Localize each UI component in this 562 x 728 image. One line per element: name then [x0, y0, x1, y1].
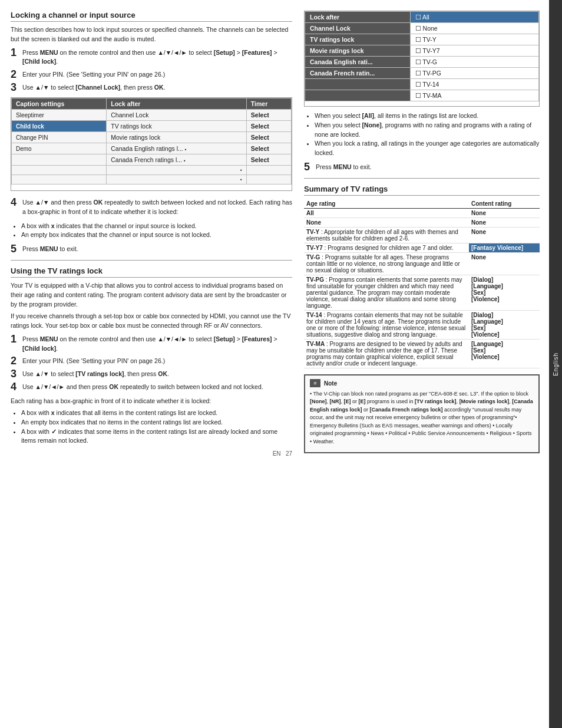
lock-value-tv-ma: ☐ TV-MA	[410, 90, 538, 101]
lock-row: Canada English rati... ☐ TV-G	[305, 57, 539, 68]
lock-value-tv-14: ☐ TV-14	[410, 79, 538, 90]
section1-step5: 5 Press MENU to exit.	[11, 243, 292, 254]
menu-cell-select4[interactable]: Select	[246, 143, 291, 154]
menu-cell-canada-en: Canada English ratings l... ▪	[107, 143, 247, 154]
rating-tv-g: TV-G : Programs suitable for all ages. T…	[304, 252, 469, 275]
menu-cell-select5[interactable]: Select	[246, 154, 291, 166]
section1-heading: Locking a channel or input source	[11, 11, 292, 22]
bullet-item: When you select [All], all items in the …	[315, 111, 540, 121]
lock-row: Lock after ☐ All	[305, 12, 539, 23]
menu-header-row: Caption settings Lock after Timer	[12, 98, 292, 110]
col1-header: Caption settings	[12, 98, 107, 110]
lock-row: ☐ TV-14	[305, 79, 539, 90]
section1-steps: 1 Press MENU on the remote control and t…	[11, 47, 292, 93]
ratings-row: TV-Y7 : Programs designed for children a…	[304, 243, 540, 252]
menu-row: Change PIN Movie ratings lock Select	[12, 132, 292, 143]
menu-cell-demo: Demo	[12, 143, 107, 154]
menu-cell-select3[interactable]: Select	[246, 132, 291, 143]
content-tv-ma: [Language][Sex][Violence]	[469, 339, 540, 368]
content-tv-y: None	[469, 227, 540, 243]
language-tab: English	[549, 0, 562, 728]
section2-steps: 1 Press MENU on the remote control and t…	[11, 334, 292, 393]
page: English Locking a channel or input sourc…	[0, 0, 562, 728]
ratings-row: TV-G : Programs suitable for all ages. T…	[304, 252, 540, 275]
step-item-5-right: 5 Press MENU to exit.	[304, 162, 540, 172]
rating-tv-ma: TV-MA : Programs are designed to be view…	[304, 339, 469, 368]
lock-row: Movie ratings lock ☐ TV-Y7	[305, 45, 539, 57]
note-text: • The V-Chip can block non rated program…	[310, 390, 534, 446]
lock-value-none: ☐ None	[410, 23, 538, 34]
page-number: EN 27	[11, 450, 292, 457]
col1-header: Age rating	[304, 199, 469, 209]
divider2	[304, 178, 540, 179]
ratings-row: All None	[304, 208, 540, 218]
menu-row: Demo Canada English ratings l... ▪ Selec…	[12, 143, 292, 154]
rating-tv-14: TV-14 : Programs contain elements that m…	[304, 310, 469, 339]
menu-row: Sleeptimer Channel Lock Select	[12, 110, 292, 121]
right-bullets: When you select [All], all items in the …	[304, 111, 540, 158]
step-item-5: 5 Press MENU to exit.	[11, 243, 292, 254]
ratings-row: TV-PG : Programs contain elements that s…	[304, 275, 540, 310]
step-item: 3 Use ▲/▼ to select [Channel Lock], then…	[11, 82, 292, 93]
ratings-summary-table: Age rating Content rating All None None …	[304, 199, 540, 368]
ratings-row: TV-MA : Programs are designed to be view…	[304, 339, 540, 368]
menu-cell-empty	[12, 154, 107, 166]
bullet-item: An empty box indicates that no items in …	[21, 418, 292, 427]
section2-intro2: If you receive channels through a set-to…	[11, 312, 292, 331]
step-item-4: 4 Use ▲/▼ and then press OK repeatedly t…	[11, 197, 292, 217]
step-item: 2 Enter your PIN. (See 'Setting your PIN…	[11, 355, 292, 366]
step-item: 3 Use ▲/▼ to select [TV ratings lock], t…	[11, 368, 292, 379]
each-rating-text: Each rating has a box-graphic in front o…	[11, 397, 292, 406]
left-column: Locking a channel or input source This s…	[11, 11, 292, 717]
lock-label-empty1	[305, 79, 411, 90]
lock-label-canada-fr: Canada French ratin...	[305, 68, 411, 79]
lock-row: TV ratings lock ☐ TV-Y	[305, 34, 539, 45]
lock-row: ☐ TV-MA	[305, 90, 539, 101]
right-column: Lock after ☐ All Channel Lock ☐ None TV …	[304, 11, 540, 717]
menu-cell-sleeptimer: Sleeptimer	[12, 110, 107, 121]
note-icon: ≡	[310, 379, 320, 387]
section2-bullets: A box with x indicates that all items in…	[11, 409, 292, 446]
lock-label-channel: Channel Lock	[305, 23, 411, 34]
bullet-item: An empty box indicates that the channel …	[21, 230, 292, 240]
menu-cell-canada-fr: Canada French ratings l... ▪	[107, 154, 247, 166]
menu-row: Canada French ratings l... ▪ Select	[12, 154, 292, 166]
lock-value-tv-g: ☐ TV-G	[410, 57, 538, 68]
language-label: English	[553, 353, 559, 376]
content-tv-pg: [Dialog][Language][Sex][Violence]	[469, 275, 540, 310]
section2-intro1: Your TV is equipped with a V-chip that a…	[11, 281, 292, 309]
menu-cell-channel-lock: Channel Lock	[107, 110, 247, 121]
lock-value-tv-y: ☐ TV-Y	[410, 34, 538, 45]
content-none: None	[469, 218, 540, 227]
lock-label-lock-after: Lock after	[305, 12, 411, 23]
col3-header: Timer	[246, 98, 291, 110]
bullet-item: When you select [None], programs with no…	[315, 121, 540, 140]
menu-cell-select1[interactable]: Select	[246, 110, 291, 121]
menu-row-empty2: ▪	[12, 175, 292, 185]
step-item: 1 Press MENU on the remote control and t…	[11, 47, 292, 67]
bullet-item: A box with x indicates that all items in…	[21, 409, 292, 418]
ratings-row: TV-Y : Appropriate for children of all a…	[304, 227, 540, 243]
note-header: ≡ Note	[310, 379, 534, 388]
lock-row: Channel Lock ☐ None	[305, 23, 539, 34]
step-item: 2 Enter your PIN. (See 'Setting your PIN…	[11, 69, 292, 80]
divider1	[11, 260, 292, 261]
right-step5: 5 Press MENU to exit.	[304, 162, 540, 172]
note-label: Note	[324, 379, 337, 388]
rating-tv-y7: TV-Y7 : Programs designed for children a…	[304, 243, 469, 252]
section2-heading: Using the TV ratings lock	[11, 266, 292, 278]
section1-bullets: A box with x indicates that the channel …	[11, 222, 292, 241]
lock-after-table: Lock after ☐ All Channel Lock ☐ None TV …	[305, 11, 539, 101]
step-item: 4 Use ▲/▼/◄/► and then press OK repeated…	[11, 381, 292, 392]
summary-heading: Summary of TV ratings	[304, 185, 540, 196]
menu-cell-select2[interactable]: Select	[246, 121, 291, 132]
menu-container: Caption settings Lock after Timer Sleept…	[11, 97, 292, 191]
step-item: 1 Press MENU on the remote control and t…	[11, 334, 292, 354]
menu-row-selected: Child lock TV ratings lock Select	[12, 121, 292, 132]
menu-cell-child-lock: Child lock	[12, 121, 107, 132]
rating-all: All	[304, 208, 469, 218]
lock-row: Canada French ratin... ☐ TV-PG	[305, 68, 539, 79]
lock-label-movie-ratings: Movie ratings lock	[305, 45, 411, 57]
lock-value-tv-y7: ☐ TV-Y7	[410, 45, 538, 57]
col2-header: Lock after	[107, 98, 247, 110]
